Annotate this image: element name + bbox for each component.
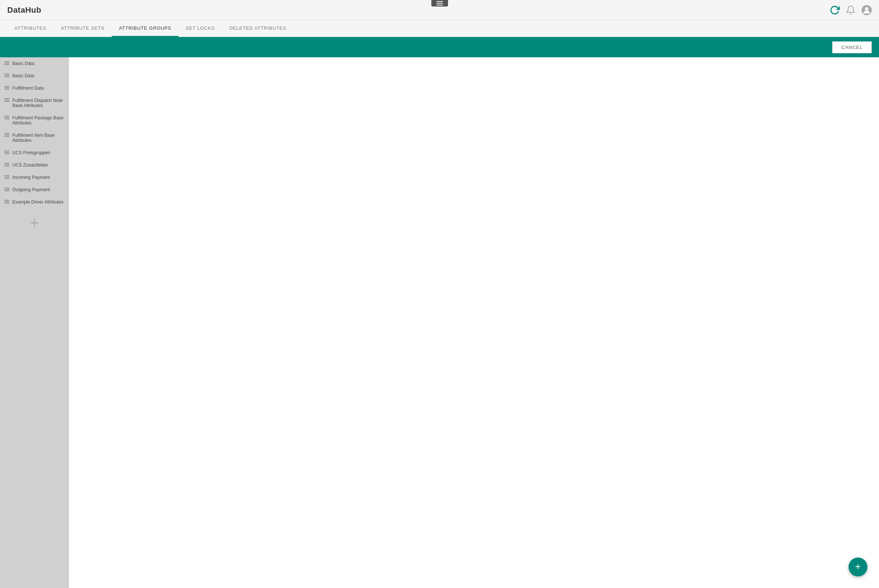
bell-icon[interactable] [846,5,856,15]
top-toggle-bar[interactable] [431,0,448,6]
sidebar-item-label: UCS Zusatzfelder [12,162,48,168]
sidebar-item-label: Fulfillment Item Base Attributes [12,133,64,143]
tab-deleted-attributes[interactable]: DELETED ATTRIBUTES [222,20,294,37]
fab-plus-icon: + [855,561,861,572]
drag-handle-icon [4,74,9,77]
tab-attribute-sets[interactable]: ATTRIBUTE SETS [54,20,112,37]
drag-handle-icon [4,163,9,166]
sidebar-item-label: Fulfillment Dispatch Note Base Attribute… [12,98,64,108]
tab-attribute-groups[interactable]: ATTRIBUTE GROUPS [112,20,178,37]
sidebar-item-label: Fulfillment Package Base Attributes [12,116,64,126]
tab-attributes[interactable]: ATTRIBUTES [7,20,54,37]
sidebar-item-ucs-preisgruppen[interactable]: UCS Preisgruppen [0,147,69,159]
drag-handle-icon [4,200,9,204]
sidebar-item-label: Outgoing Payment [12,187,50,192]
sidebar-item-example-driver[interactable]: Example Driver Attributes [0,196,69,208]
drag-handle-icon [4,133,9,137]
refresh-icon[interactable] [830,5,840,15]
drag-handle-icon [4,98,9,102]
sidebar-item-fulfillment-data[interactable]: Fulfillment Data [0,82,69,94]
sidebar-item-fulfillment-item[interactable]: Fulfillment Item Base Attributes [0,129,69,147]
add-icon: + [30,216,39,231]
fab-button[interactable]: + [849,558,867,576]
app-logo: DataHub [7,6,41,15]
action-bar: CANCEL [0,37,879,57]
sidebar: Basic Data Basic Data Fulfillment Data F… [0,57,69,588]
sidebar-item-label: UCS Preisgruppen [12,150,50,155]
sidebar-item-label: Incoming Payment [12,175,50,180]
drag-handle-icon [4,116,9,119]
drag-handle-icon [4,188,9,191]
sidebar-add-button[interactable]: + [0,208,69,238]
tab-set-locks[interactable]: SET LOCKS [178,20,222,37]
drag-handle-icon [4,150,9,154]
drag-handle-icon [4,86,9,90]
drag-handle-icon [4,61,9,65]
avatar-icon[interactable] [862,5,872,15]
sidebar-item-label: Fulfillment Data [12,86,44,91]
sidebar-item-label: Basic Data [12,61,34,66]
sidebar-item-outgoing-payment[interactable]: Outgoing Payment [0,183,69,196]
menu-icon [436,1,443,6]
cancel-button[interactable]: CANCEL [832,41,872,53]
svg-point-1 [865,7,868,10]
sidebar-item-fulfillment-package[interactable]: Fulfillment Package Base Attributes [0,112,69,129]
sidebar-item-label: Basic Data [12,73,34,78]
sidebar-item-basic-data-2[interactable]: Basic Data [0,70,69,82]
sidebar-item-ucs-zusatzfelder[interactable]: UCS Zusatzfelder [0,159,69,171]
sidebar-item-fulfillment-dispatch-note[interactable]: Fulfillment Dispatch Note Base Attribute… [0,94,69,112]
drag-handle-icon [4,175,9,179]
nav-tabs: ATTRIBUTES ATTRIBUTE SETS ATTRIBUTE GROU… [0,20,879,37]
header-actions [830,5,872,15]
sidebar-item-label: Example Driver Attributes [12,200,63,205]
main-layout: Basic Data Basic Data Fulfillment Data F… [0,57,879,588]
sidebar-item-incoming-payment[interactable]: Incoming Payment [0,171,69,183]
content-area [69,57,879,588]
sidebar-item-basic-data-1[interactable]: Basic Data [0,57,69,70]
